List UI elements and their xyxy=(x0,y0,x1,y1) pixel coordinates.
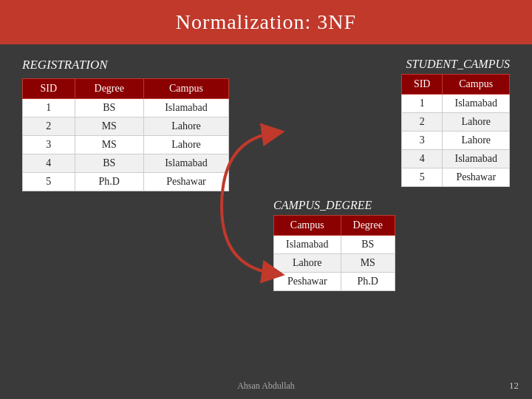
registration-title: REGISTRATION xyxy=(22,58,229,72)
main-content: REGISTRATION SID Degree Campus 1BSIslama… xyxy=(0,44,532,299)
slide-title: Normalization: 3NF xyxy=(15,10,517,34)
campus-degree-table: Campus Degree IslamabadBSLahoreMSPeshawa… xyxy=(273,215,395,291)
student-campus-title: STUDENT_CAMPUS xyxy=(406,58,510,71)
cd-col-degree: Degree xyxy=(341,216,395,236)
page-number: 12 xyxy=(509,380,519,392)
reg-col-degree: Degree xyxy=(75,79,143,99)
sc-header-row: SID Campus xyxy=(401,75,509,95)
table-row: 2MSLahore xyxy=(23,117,229,136)
table-row: LahoreMS xyxy=(274,254,395,273)
student-campus-section: STUDENT_CAMPUS SID Campus 1Islamabad2Lah… xyxy=(244,58,510,187)
table-row: 4Islamabad xyxy=(401,150,509,168)
table-row: 5Peshawar xyxy=(401,168,509,187)
slide: Normalization: 3NF REGISTRATION SID xyxy=(0,0,532,399)
registration-section: REGISTRATION SID Degree Campus 1BSIslama… xyxy=(22,58,229,291)
table-row: IslamabadBS xyxy=(274,236,395,254)
table-row: 3MSLahore xyxy=(23,136,229,154)
right-section: STUDENT_CAMPUS SID Campus 1Islamabad2Lah… xyxy=(244,58,510,291)
campus-degree-title: CAMPUS_DEGREE xyxy=(273,199,372,212)
table-row: PeshawarPh.D xyxy=(274,273,395,291)
campus-degree-section: CAMPUS_DEGREE Campus Degree IslamabadBSL… xyxy=(273,194,510,291)
cd-header-row: Campus Degree xyxy=(274,216,395,236)
reg-col-sid: SID xyxy=(23,79,75,99)
registration-header-row: SID Degree Campus xyxy=(23,79,229,99)
reg-col-campus: Campus xyxy=(143,79,228,99)
cd-col-campus: Campus xyxy=(274,216,341,236)
table-row: 4BSIslamabad xyxy=(23,154,229,173)
student-campus-table: SID Campus 1Islamabad2Lahore3Lahore4Isla… xyxy=(401,74,510,187)
header: Normalization: 3NF xyxy=(0,0,532,44)
sc-col-sid: SID xyxy=(401,75,443,95)
table-row: 2Lahore xyxy=(401,113,509,132)
sc-col-campus: Campus xyxy=(443,75,510,95)
registration-table: SID Degree Campus 1BSIslamabad2MSLahore3… xyxy=(22,78,229,191)
table-row: 3Lahore xyxy=(401,132,509,150)
table-row: 5Ph.DPeshawar xyxy=(23,173,229,191)
table-row: 1BSIslamabad xyxy=(23,99,229,117)
footer-author: Ahsan Abdullah xyxy=(237,381,295,392)
table-row: 1Islamabad xyxy=(401,95,509,113)
